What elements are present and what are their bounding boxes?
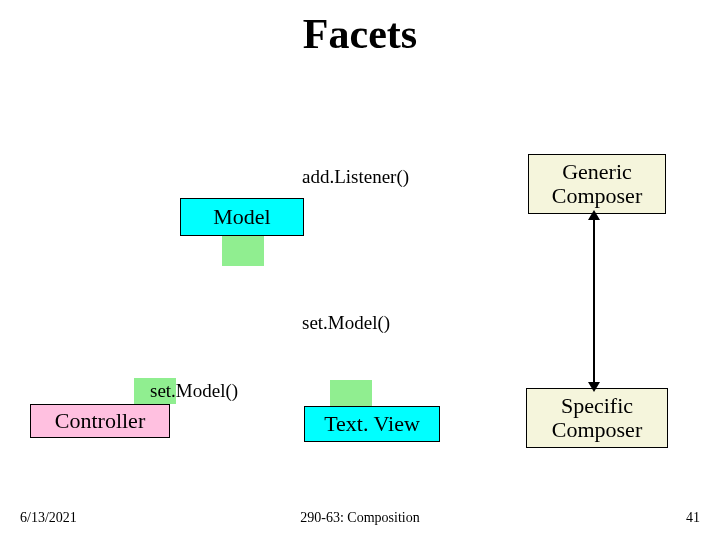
generic-composer-box: Generic Composer bbox=[528, 154, 666, 214]
footer-center: 290-63: Composition bbox=[0, 510, 720, 526]
slide-title: Facets bbox=[0, 10, 720, 58]
text-view-box: Text. View bbox=[304, 406, 440, 442]
specific-composer-line2: Composer bbox=[552, 418, 642, 442]
label-set-model-left: set.Model() bbox=[150, 380, 238, 402]
label-set-model-center: set.Model() bbox=[302, 312, 390, 334]
footer-page-number: 41 bbox=[686, 510, 700, 526]
generic-composer-line2: Composer bbox=[552, 184, 642, 208]
specific-composer-box: Specific Composer bbox=[526, 388, 668, 448]
composer-arrow-down-icon bbox=[588, 382, 600, 392]
slide: Facets add.Listener() Model Generic Comp… bbox=[0, 0, 720, 540]
label-add-listener: add.Listener() bbox=[302, 166, 409, 188]
composer-connector bbox=[593, 214, 595, 388]
controller-box: Controller bbox=[30, 404, 170, 438]
textview-port bbox=[330, 380, 372, 406]
specific-composer-line1: Specific bbox=[561, 394, 633, 418]
model-port bbox=[222, 236, 264, 266]
generic-composer-line1: Generic bbox=[562, 160, 632, 184]
model-box: Model bbox=[180, 198, 304, 236]
